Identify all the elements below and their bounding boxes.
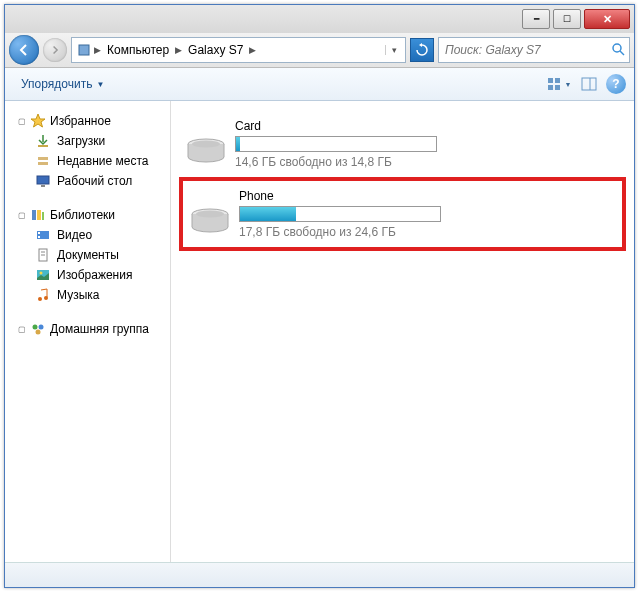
video-icon [35, 227, 51, 243]
libraries-icon [30, 207, 46, 223]
sidebar-section-label: Домашняя группа [50, 322, 149, 336]
sidebar-item-label: Рабочий стол [57, 174, 132, 188]
help-button[interactable]: ? [606, 74, 626, 94]
sidebar-item-label: Недавние места [57, 154, 148, 168]
breadcrumb-computer[interactable]: Компьютер [101, 43, 175, 57]
sidebar-item-downloads[interactable]: Загрузки [5, 131, 170, 151]
svg-point-24 [40, 272, 43, 275]
address-bar: ▶ Компьютер ▶ Galaxy S7 ▶ ▾ [5, 33, 634, 68]
svg-rect-5 [548, 85, 553, 90]
sidebar-item-pictures[interactable]: Изображения [5, 265, 170, 285]
svg-rect-7 [582, 78, 596, 90]
pictures-icon [35, 267, 51, 283]
drive-name: Phone [239, 189, 616, 203]
chevron-right-icon[interactable]: ▶ [175, 45, 182, 55]
svg-line-2 [620, 51, 624, 55]
search-box[interactable] [438, 37, 630, 63]
svg-point-28 [39, 325, 44, 330]
chevron-right-icon[interactable]: ▶ [249, 45, 256, 55]
svg-rect-14 [32, 210, 36, 220]
expander-icon[interactable]: ▢ [17, 211, 26, 220]
drive-status: 17,8 ГБ свободно из 24,6 ГБ [239, 225, 616, 239]
svg-point-1 [613, 44, 621, 52]
drive-icon [185, 123, 227, 165]
svg-rect-18 [38, 232, 40, 234]
sidebar-item-videos[interactable]: Видео [5, 225, 170, 245]
sidebar-item-label: Документы [57, 248, 119, 262]
drive-card[interactable]: Card 14,6 ГБ свободно из 14,8 ГБ [179, 111, 626, 177]
svg-rect-4 [555, 78, 560, 83]
documents-icon [35, 247, 51, 263]
expander-icon[interactable]: ▢ [17, 325, 26, 334]
toolbar: Упорядочить ▼ ▼ ? [5, 68, 634, 101]
sidebar-item-music[interactable]: Музыка [5, 285, 170, 305]
preview-pane-button[interactable] [576, 73, 602, 95]
svg-rect-16 [42, 212, 44, 220]
svg-rect-9 [38, 145, 48, 147]
sidebar-item-documents[interactable]: Документы [5, 245, 170, 265]
downloads-icon [35, 133, 51, 149]
chevron-down-icon: ▼ [96, 80, 104, 89]
device-icon [76, 42, 92, 58]
svg-point-31 [192, 141, 220, 148]
svg-rect-0 [79, 45, 89, 55]
back-button[interactable] [9, 35, 39, 65]
titlebar: ━ ☐ ✕ [5, 5, 634, 33]
homegroup-icon [30, 321, 46, 337]
svg-rect-6 [555, 85, 560, 90]
recent-icon [35, 153, 51, 169]
explorer-window: ━ ☐ ✕ ▶ Компьютер ▶ Galaxy S7 ▶ ▾ [4, 4, 635, 588]
sidebar-homegroup[interactable]: ▢ Домашняя группа [5, 319, 170, 339]
forward-button[interactable] [43, 38, 67, 62]
close-button[interactable]: ✕ [584, 9, 630, 29]
sidebar-item-label: Музыка [57, 288, 99, 302]
sidebar-item-recent[interactable]: Недавние места [5, 151, 170, 171]
refresh-button[interactable] [410, 38, 434, 62]
svg-point-27 [33, 325, 38, 330]
maximize-button[interactable]: ☐ [553, 9, 581, 29]
drive-icon [189, 193, 231, 235]
sidebar-favorites[interactable]: ▢ Избранное [5, 111, 170, 131]
minimize-button[interactable]: ━ [522, 9, 550, 29]
drive-status: 14,6 ГБ свободно из 14,8 ГБ [235, 155, 620, 169]
expander-icon[interactable]: ▢ [17, 117, 26, 126]
sidebar-libraries[interactable]: ▢ Библиотеки [5, 205, 170, 225]
breadcrumb-label: Компьютер [107, 43, 169, 57]
drive-name: Card [235, 119, 620, 133]
chevron-down-icon: ▼ [565, 81, 572, 88]
sidebar-section-label: Избранное [50, 114, 111, 128]
capacity-bar [239, 206, 441, 222]
star-icon [30, 113, 46, 129]
svg-point-26 [44, 296, 48, 300]
capacity-bar [235, 136, 437, 152]
navigation-pane: ▢ Избранное Загрузки Недавние места Ра [5, 101, 171, 562]
svg-rect-12 [37, 176, 49, 184]
breadcrumb-label: Galaxy S7 [188, 43, 243, 57]
svg-point-25 [38, 297, 42, 301]
breadcrumb-galaxy[interactable]: Galaxy S7 [182, 43, 249, 57]
svg-point-33 [196, 211, 224, 218]
view-options-button[interactable]: ▼ [546, 73, 572, 95]
capacity-fill [236, 137, 240, 151]
capacity-fill [240, 207, 296, 221]
sidebar-item-label: Изображения [57, 268, 132, 282]
search-input[interactable] [443, 42, 607, 58]
music-icon [35, 287, 51, 303]
svg-rect-15 [37, 210, 41, 220]
chevron-right-icon[interactable]: ▶ [94, 45, 101, 55]
svg-rect-10 [38, 157, 48, 160]
status-bar [5, 562, 634, 587]
breadcrumb[interactable]: ▶ Компьютер ▶ Galaxy S7 ▶ ▾ [71, 37, 406, 63]
sidebar-item-label: Загрузки [57, 134, 105, 148]
sidebar-item-desktop[interactable]: Рабочий стол [5, 171, 170, 191]
svg-rect-19 [38, 236, 40, 238]
svg-point-29 [36, 330, 41, 335]
svg-rect-11 [38, 162, 48, 165]
search-icon [611, 42, 625, 59]
sidebar-item-label: Видео [57, 228, 92, 242]
content-pane[interactable]: Card 14,6 ГБ свободно из 14,8 ГБ Phone [171, 101, 634, 562]
history-dropdown[interactable]: ▾ [385, 45, 403, 55]
drive-phone[interactable]: Phone 17,8 ГБ свободно из 24,6 ГБ [179, 177, 626, 251]
organize-menu[interactable]: Упорядочить ▼ [13, 73, 112, 95]
sidebar-section-label: Библиотеки [50, 208, 115, 222]
